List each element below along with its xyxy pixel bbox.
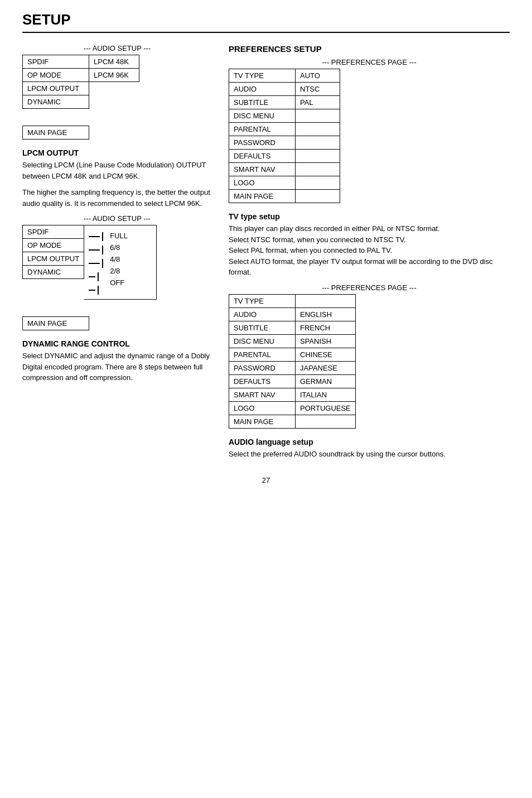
audio-setup-header-2: --- AUDIO SETUP --- <box>22 214 212 223</box>
dynamic-slider-panel: FULL 6/8 4/8 2/8 OFF <box>84 225 157 300</box>
audio-lpcmoutput-2[interactable]: LPCM OUTPUT <box>23 252 84 266</box>
pref-discmenu-1[interactable]: DISC MENU <box>229 109 295 123</box>
pref-defaults-val-1 <box>296 150 340 163</box>
pref-tvtype-2[interactable]: TV TYPE <box>229 295 295 308</box>
pref-right-1: AUTO NTSC PAL <box>296 69 340 203</box>
slider-label-48: 4/8 <box>110 256 128 263</box>
audio-dynamic-1[interactable]: DYNAMIC <box>23 95 89 108</box>
lpcm-title: LPCM OUTPUT <box>22 148 212 157</box>
pref-logo-2[interactable]: LOGO <box>229 402 295 415</box>
slider-tick-28 <box>98 272 99 281</box>
pref-subtitle-1[interactable]: SUBTITLE <box>229 96 295 109</box>
pref-page-1: --- PREFERENCES PAGE --- TV TYPE AUDIO S… <box>229 58 510 203</box>
pref-parental-val-1 <box>296 123 340 136</box>
page-number: 27 <box>22 476 510 484</box>
right-column: PREFERENCES SETUP --- PREFERENCES PAGE -… <box>229 44 510 465</box>
pref-logo-val-1 <box>296 176 340 190</box>
pref-page-2: --- PREFERENCES PAGE --- TV TYPE AUDIO S… <box>229 283 510 429</box>
main-page-btn-1[interactable]: MAIN PAGE <box>23 126 89 139</box>
pref-defaults-val-2: GERMAN <box>296 375 355 388</box>
audio-setup-menu-1: SPDIF OP MODE LPCM OUTPUT DYNAMIC LPCM 4… <box>22 55 212 109</box>
audio-opmode-2[interactable]: OP MODE <box>23 239 84 252</box>
pref-discmenu-2[interactable]: DISC MENU <box>229 335 295 348</box>
audio-opmode-1[interactable]: OP MODE <box>23 69 89 82</box>
pref-password-1[interactable]: PASSWORD <box>229 136 295 150</box>
audio-setup-menu-2: SPDIF OP MODE LPCM OUTPUT DYNAMIC <box>22 225 212 300</box>
pref-mainpage-1[interactable]: MAIN PAGE <box>229 190 295 203</box>
lpcm-96k[interactable]: LPCM 96K <box>89 69 139 81</box>
lpcm-text1: Selecting LPCM (Line Pause Code Modulati… <box>22 160 212 181</box>
dynamic-title: DYNAMIC RANGE CONTROL <box>22 339 212 348</box>
pref-tvtype-val-2 <box>296 295 355 308</box>
slider-label-68: 6/8 <box>110 244 128 251</box>
slider-tick-full <box>102 232 103 241</box>
lpcm-text2: The higher the sampling frequency is, th… <box>22 187 212 209</box>
pref-logo-1[interactable]: LOGO <box>229 176 295 190</box>
slider-label-off: OFF <box>110 279 128 286</box>
pref-left-1: TV TYPE AUDIO SUBTITLE DISC MENU PARENTA… <box>229 69 296 203</box>
pref-parental-2[interactable]: PARENTAL <box>229 348 295 362</box>
line-68-left <box>89 249 100 251</box>
dynamic-section: DYNAMIC RANGE CONTROL Select DYNAMIC and… <box>22 339 212 383</box>
pref-defaults-1[interactable]: DEFAULTS <box>229 150 295 163</box>
tv-type-title: TV type setup <box>229 212 510 221</box>
audio-lang-title: AUDIO language setup <box>229 438 510 446</box>
audio-footer-2: MAIN PAGE <box>22 316 212 330</box>
lpcm-48k[interactable]: LPCM 48K <box>89 55 139 69</box>
pref-tvtype-1[interactable]: TV TYPE <box>229 69 295 83</box>
pref-table-1: TV TYPE AUDIO SUBTITLE DISC MENU PARENTA… <box>229 69 510 203</box>
tv-type-section: TV type setup This player can play discs… <box>229 212 510 278</box>
pref-right-2: ENGLISH FRENCH SPANISH CHINESE JAPANESE … <box>296 294 356 429</box>
pref-mainpage-2[interactable]: MAIN PAGE <box>229 415 295 428</box>
pref-subtitle-val-2: FRENCH <box>296 321 355 335</box>
dynamic-text: Select DYNAMIC and adjust the dynamic ra… <box>22 350 212 383</box>
left-column: --- AUDIO SETUP --- SPDIF OP MODE LPCM O… <box>22 44 212 465</box>
pref-mainpage-val-2 <box>296 415 355 428</box>
audio-setup-section-1: --- AUDIO SETUP --- SPDIF OP MODE LPCM O… <box>22 44 212 140</box>
audio-footer-1: MAIN PAGE <box>22 126 212 140</box>
pref-discmenu-val-1 <box>296 109 340 123</box>
pref-defaults-2[interactable]: DEFAULTS <box>229 375 295 388</box>
slider-line-68 <box>89 246 103 254</box>
tv-type-text: This player can play discs recorded in e… <box>229 223 510 278</box>
pref-audio-2[interactable]: AUDIO <box>229 308 295 321</box>
pref-header-2: --- PREFERENCES PAGE --- <box>229 283 510 292</box>
audio-submenu-1: LPCM 48K LPCM 96K <box>89 55 139 82</box>
lpcm-section: LPCM OUTPUT Selecting LPCM (Line Pause C… <box>22 148 212 209</box>
audio-lpcmoutput-1[interactable]: LPCM OUTPUT <box>23 82 89 95</box>
audio-spdif-2[interactable]: SPDIF <box>23 225 84 239</box>
pref-password-val-1 <box>296 136 340 150</box>
pref-parental-1[interactable]: PARENTAL <box>229 123 295 136</box>
slider-label-full: FULL <box>110 232 128 239</box>
pref-parental-val-2: CHINESE <box>296 348 355 362</box>
slider-line-off <box>89 286 103 295</box>
line-full-left <box>89 236 100 237</box>
audio-lang-text: Select the preferred AUDIO soundtrack by… <box>229 449 510 460</box>
main-page-btn-2[interactable]: MAIN PAGE <box>23 317 89 330</box>
line-off-left <box>89 290 95 291</box>
pref-smartnav-val-1 <box>296 163 340 176</box>
pref-subtitle-2[interactable]: SUBTITLE <box>229 321 295 335</box>
dynamic-slider-area: FULL 6/8 4/8 2/8 OFF <box>89 228 152 297</box>
pref-discmenu-val-2: SPANISH <box>296 335 355 348</box>
pref-audio-1[interactable]: AUDIO <box>229 83 295 96</box>
pref-audio-val-2: ENGLISH <box>296 308 355 321</box>
slider-line-28 <box>89 272 103 281</box>
audio-dynamic-2[interactable]: DYNAMIC <box>23 266 84 278</box>
pref-mainpage-val-1 <box>296 190 340 203</box>
audio-spdif-1[interactable]: SPDIF <box>23 55 89 69</box>
slider-lines <box>89 232 103 295</box>
pref-table-2: TV TYPE AUDIO SUBTITLE DISC MENU PARENTA… <box>229 294 510 429</box>
pref-password-2[interactable]: PASSWORD <box>229 362 295 375</box>
audio-setup-header-1: --- AUDIO SETUP --- <box>22 44 212 52</box>
pref-audio-val-1: NTSC <box>296 83 340 96</box>
pref-subtitle-val-1: PAL <box>296 96 340 109</box>
pref-smartnav-1[interactable]: SMART NAV <box>229 163 295 176</box>
audio-setup-section-2: --- AUDIO SETUP --- SPDIF OP MODE LPCM O… <box>22 214 212 330</box>
pref-header-1: --- PREFERENCES PAGE --- <box>229 58 510 66</box>
slider-label-28: 2/8 <box>110 267 128 275</box>
pref-smartnav-val-2: ITALIAN <box>296 388 355 402</box>
pref-tvtype-val-1: AUTO <box>296 69 340 83</box>
pref-logo-val-2: PORTUGUESE <box>296 402 355 415</box>
pref-smartnav-2[interactable]: SMART NAV <box>229 388 295 402</box>
